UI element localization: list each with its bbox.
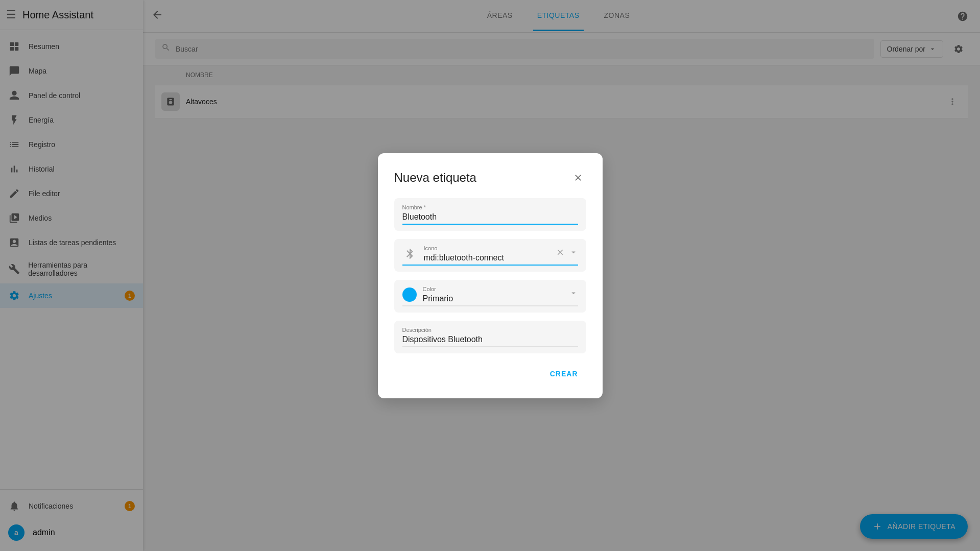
- nombre-label: Nombre *: [402, 204, 578, 210]
- bluetooth-icon: [402, 246, 418, 261]
- descripcion-input[interactable]: [402, 335, 578, 344]
- modal-footer: CREAR: [394, 366, 586, 382]
- nombre-input[interactable]: [402, 212, 578, 222]
- form-group-descripcion: Descripción: [394, 321, 586, 353]
- color-group: Color Primario: [402, 286, 578, 303]
- icon-chevron-button[interactable]: [569, 248, 578, 259]
- crear-button[interactable]: CREAR: [542, 366, 586, 382]
- modal-header: Nueva etiqueta: [394, 170, 586, 186]
- form-group-icono: Icono mdi:bluetooth-connect: [394, 239, 586, 272]
- color-chevron-button[interactable]: [569, 289, 578, 300]
- modal-overlay[interactable]: Nueva etiqueta Nombre * Icono mdi:blueto…: [0, 0, 980, 551]
- modal-nueva-etiqueta: Nueva etiqueta Nombre * Icono mdi:blueto…: [378, 153, 603, 398]
- icono-value: mdi:bluetooth-connect: [424, 253, 549, 262]
- color-value: Primario: [423, 294, 563, 303]
- descripcion-underline: [402, 346, 578, 347]
- color-label: Color: [423, 286, 563, 292]
- icon-field: Icono mdi:bluetooth-connect: [424, 245, 549, 262]
- icon-group: Icono mdi:bluetooth-connect: [402, 245, 578, 262]
- icon-actions: [556, 248, 578, 259]
- color-dot: [402, 288, 417, 302]
- form-group-color: Color Primario: [394, 280, 586, 313]
- icono-underline: [402, 265, 578, 266]
- form-group-nombre: Nombre *: [394, 198, 586, 231]
- icon-clear-button[interactable]: [556, 248, 565, 259]
- modal-close-button[interactable]: [570, 170, 586, 186]
- modal-title: Nueva etiqueta: [394, 171, 476, 185]
- color-field: Color Primario: [423, 286, 563, 303]
- descripcion-label: Descripción: [402, 327, 578, 333]
- nombre-underline: [402, 224, 578, 225]
- icono-label: Icono: [424, 245, 549, 251]
- color-underline: [402, 305, 578, 306]
